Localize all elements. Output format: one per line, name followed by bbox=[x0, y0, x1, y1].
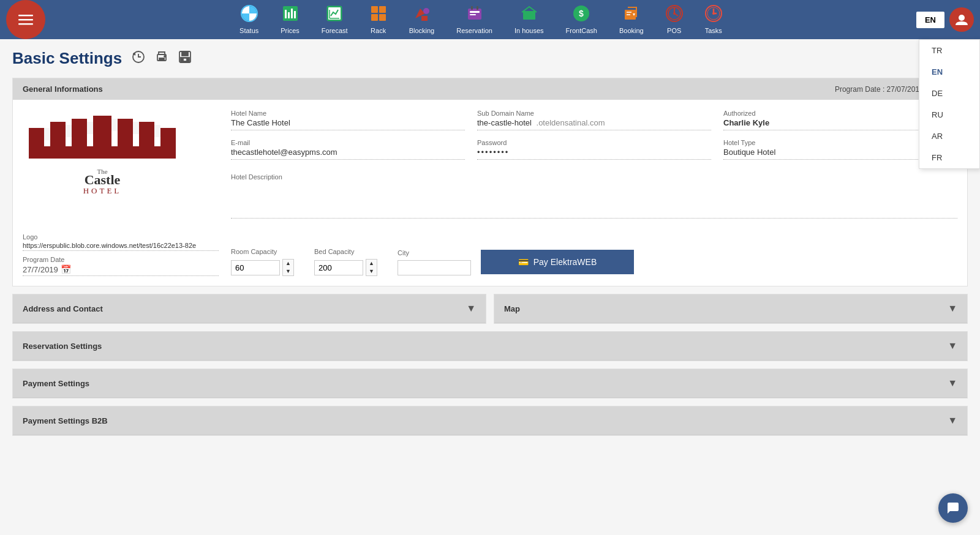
bottom-fields: Room Capacity ▲ ▼ Bed Capacity bbox=[231, 248, 957, 276]
nav-item-prices[interactable]: Prices bbox=[270, 0, 311, 39]
nav-item-status[interactable]: Status bbox=[228, 0, 270, 39]
history-icon[interactable] bbox=[132, 50, 145, 67]
lang-option-en[interactable]: EN bbox=[919, 61, 979, 83]
nav-item-booking[interactable]: Booking bbox=[608, 0, 655, 39]
lang-option-tr[interactable]: TR bbox=[919, 40, 979, 61]
general-info-header[interactable]: General Informations Program Date : 27/0… bbox=[13, 78, 967, 100]
svg-rect-55 bbox=[29, 146, 176, 159]
svg-rect-42 bbox=[159, 58, 164, 61]
nav-item-frontcash[interactable]: $ FrontCash bbox=[555, 0, 608, 39]
svg-point-17 bbox=[423, 8, 429, 14]
nav-item-reservation[interactable]: Reservation bbox=[445, 0, 503, 39]
hotel-desc-label: Hotel Description bbox=[231, 173, 957, 181]
city-input[interactable] bbox=[398, 260, 471, 275]
nav-item-pos[interactable]: POS bbox=[655, 0, 694, 39]
bed-capacity-spinner[interactable]: ▲ ▼ bbox=[366, 259, 377, 276]
city-input-row bbox=[398, 260, 471, 275]
svg-point-39 bbox=[959, 15, 965, 21]
nav-item-forecast[interactable]: Forecast bbox=[311, 0, 359, 39]
payment-b2b-header[interactable]: Payment Settings B2B ▼ bbox=[13, 406, 967, 435]
nav-label-forecast: Forecast bbox=[322, 27, 348, 34]
save-icon[interactable] bbox=[178, 50, 192, 67]
bed-capacity-input[interactable] bbox=[314, 260, 363, 275]
payment-b2b-section: Payment Settings B2B ▼ bbox=[12, 406, 968, 436]
nav-label-status: Status bbox=[239, 27, 258, 34]
email-label: E-mail bbox=[231, 139, 465, 146]
room-capacity-label: Room Capacity bbox=[231, 248, 304, 255]
email-value: thecastlehotel@easypms.com bbox=[231, 148, 465, 160]
room-capacity-input[interactable] bbox=[231, 260, 280, 275]
address-contact-title: Address and Contact bbox=[23, 304, 103, 313]
pos-icon bbox=[666, 5, 683, 26]
nav-item-rack[interactable]: Rack bbox=[359, 0, 398, 39]
subdomain-suffix: .oteldensatinal.com bbox=[537, 118, 605, 127]
svg-rect-8 bbox=[294, 11, 296, 18]
nav-label-rack: Rack bbox=[371, 27, 386, 34]
nav-items: Status Prices bbox=[45, 0, 916, 39]
address-contact-header[interactable]: Address and Contact ▼ bbox=[13, 294, 486, 323]
general-info-title: General Informations bbox=[23, 84, 103, 94]
map-section: Map ▼ bbox=[494, 294, 968, 324]
nav-item-blocking[interactable]: Blocking bbox=[398, 0, 446, 39]
password-field: Password •••••••• bbox=[477, 139, 711, 160]
nav-item-inhouses[interactable]: In houses bbox=[503, 0, 555, 39]
svg-rect-59 bbox=[111, 119, 118, 131]
nav-label-tasks: Tasks bbox=[705, 27, 722, 34]
hotel-logo-area: The Castle HOTEL bbox=[23, 110, 219, 227]
bed-capacity-input-row: ▲ ▼ bbox=[314, 259, 388, 276]
map-header[interactable]: Map ▼ bbox=[494, 294, 967, 323]
svg-rect-6 bbox=[288, 12, 290, 18]
map-title: Map bbox=[504, 304, 520, 313]
language-button[interactable]: EN bbox=[916, 12, 944, 28]
reservation-settings-header[interactable]: Reservation Settings ▼ bbox=[13, 332, 967, 361]
payment-settings-chevron: ▼ bbox=[948, 378, 957, 389]
hotel-name-field: Hotel Name The Castle Hotel bbox=[231, 110, 465, 130]
gen-info-grid: The Castle HOTEL Hotel Name The Castle H… bbox=[23, 110, 957, 227]
hamburger-button[interactable] bbox=[6, 0, 45, 39]
svg-rect-60 bbox=[133, 122, 139, 134]
subdomain-label: Sub Domain Name bbox=[477, 110, 711, 117]
svg-point-43 bbox=[164, 56, 165, 57]
city-label: City bbox=[398, 249, 471, 256]
calendar-icon[interactable]: 📅 bbox=[61, 264, 71, 274]
lang-option-ru[interactable]: RU bbox=[919, 104, 979, 125]
nav-label-blocking: Blocking bbox=[409, 27, 435, 34]
lang-option-ar[interactable]: AR bbox=[919, 125, 979, 147]
lang-option-fr[interactable]: FR bbox=[919, 147, 979, 168]
reservation-settings-title: Reservation Settings bbox=[23, 342, 102, 351]
payment-b2b-title: Payment Settings B2B bbox=[23, 416, 108, 425]
password-label: Password bbox=[477, 139, 711, 146]
hotel-name-label: Hotel Name bbox=[231, 110, 465, 117]
gen-info-fields: Hotel Name The Castle Hotel Sub Domain N… bbox=[231, 110, 957, 227]
svg-point-38 bbox=[712, 12, 715, 15]
hotel-name-value: The Castle Hotel bbox=[231, 118, 465, 130]
address-map-row: Address and Contact ▼ Map ▼ bbox=[12, 294, 968, 324]
svg-rect-45 bbox=[182, 51, 188, 56]
nav-item-tasks[interactable]: Tasks bbox=[694, 0, 733, 39]
payment-settings-header[interactable]: Payment Settings ▼ bbox=[13, 369, 967, 398]
print-icon[interactable] bbox=[155, 50, 168, 67]
page-title: Basic Settings bbox=[12, 49, 122, 68]
bottom-left: Logo https://erspublic.blob.core.windows… bbox=[23, 233, 219, 276]
svg-rect-1 bbox=[18, 19, 33, 21]
svg-point-33 bbox=[673, 12, 676, 15]
svg-rect-57 bbox=[66, 125, 72, 137]
page-title-bar: Basic Settings bbox=[12, 49, 968, 68]
room-capacity-spinner[interactable]: ▲ ▼ bbox=[282, 259, 294, 276]
hotel-desc-value[interactable] bbox=[231, 182, 957, 219]
user-avatar[interactable] bbox=[949, 7, 974, 32]
svg-rect-21 bbox=[471, 6, 473, 10]
payment-settings-section: Payment Settings ▼ bbox=[12, 369, 968, 398]
status-icon bbox=[241, 5, 258, 26]
email-field: E-mail thecastlehotel@easypms.com bbox=[231, 139, 465, 160]
room-capacity-field: Room Capacity ▲ ▼ bbox=[231, 248, 304, 276]
pay-elektraweb-button[interactable]: 💳 Pay ElektraWEB bbox=[481, 250, 634, 274]
hotel-description-field: Hotel Description bbox=[231, 173, 957, 219]
svg-rect-19 bbox=[470, 11, 480, 13]
general-info-body: The Castle HOTEL Hotel Name The Castle H… bbox=[13, 100, 967, 286]
svg-rect-22 bbox=[477, 6, 478, 10]
nav-right: EN bbox=[916, 7, 980, 32]
bottom-row: Logo https://erspublic.blob.core.windows… bbox=[23, 233, 957, 276]
city-field: City bbox=[398, 249, 471, 275]
lang-option-de[interactable]: DE bbox=[919, 83, 979, 104]
